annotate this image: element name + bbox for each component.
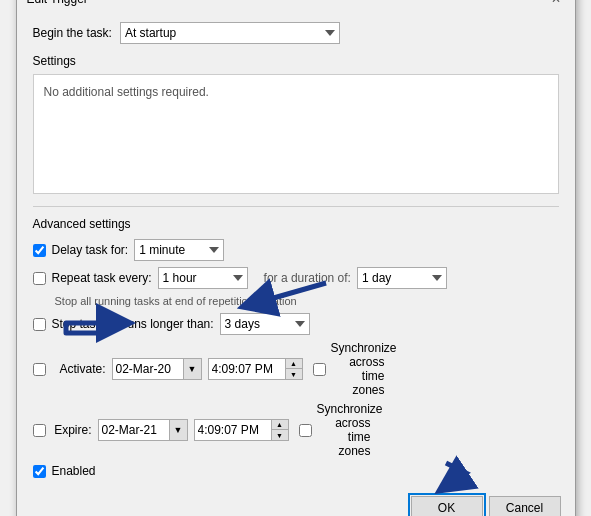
buttons-bar: OK Cancel [17,488,575,516]
activate-time-wrapper: ▲ ▼ [208,358,303,380]
activate-label: Activate: [52,362,106,376]
delay-task-label: Delay task for: [52,243,129,257]
activate-row: Activate: ▼ ▲ ▼ Synchronize [33,341,559,397]
title-bar: Edit Trigger ✕ [17,0,575,12]
activate-date-input[interactable] [113,359,183,379]
expire-time-up-button[interactable]: ▲ [272,420,288,430]
repeat-task-select[interactable]: 5 minutes 10 minutes 15 minutes 30 minut… [158,267,248,289]
dialog-title: Edit Trigger [27,0,88,6]
activate-sync-wrapper: Synchronize across time zones [313,341,391,397]
enabled-checkbox[interactable] [33,465,46,478]
expire-sync-wrapper: Synchronize across time zones [299,402,377,458]
duration-select[interactable]: 1 hour 12 hours 1 day Indefinitely [357,267,447,289]
expire-date-picker-button[interactable]: ▼ [169,420,187,440]
expire-sync-checkbox[interactable] [299,424,312,437]
stop-task-row: Stop task if it runs longer than: 1 hour… [33,313,559,335]
expire-label: Expire: [52,423,92,437]
begin-task-select[interactable]: At startup On a schedule At log on At id… [120,22,340,44]
close-button[interactable]: ✕ [547,0,565,8]
activate-time-input[interactable] [209,359,285,379]
delay-task-checkbox[interactable] [33,244,46,257]
advanced-settings-section: Advanced settings Delay task for: 1 minu… [33,217,559,478]
expire-time-input[interactable] [195,420,271,440]
activate-sync-checkbox[interactable] [313,363,326,376]
expire-time-down-button[interactable]: ▼ [272,430,288,440]
expire-time-wrapper: ▲ ▼ [194,419,289,441]
enabled-row: Enabled [33,464,559,478]
activate-time-up-button[interactable]: ▲ [286,359,302,369]
stop-note: Stop all running tasks at end of repetit… [55,295,559,307]
begin-task-row: Begin the task: At startup On a schedule… [33,22,559,44]
stop-task-select[interactable]: 1 hour 2 hours 4 hours 8 hours 12 hours … [220,313,310,335]
duration-wrapper: for a duration of: 1 hour 12 hours 1 day… [264,267,447,289]
settings-section-title: Settings [33,54,559,68]
dialog-content: Begin the task: At startup On a schedule… [17,12,575,488]
advanced-settings-title: Advanced settings [33,217,559,231]
repeat-task-row: Repeat task every: 5 minutes 10 minutes … [33,267,559,289]
stop-task-checkbox[interactable] [33,318,46,331]
activate-date-wrapper: ▼ [112,358,202,380]
expire-checkbox[interactable] [33,424,46,437]
section-divider [33,206,559,207]
activate-time-spinner: ▲ ▼ [285,359,302,379]
activate-date-picker-button[interactable]: ▼ [183,359,201,379]
cancel-button[interactable]: Cancel [489,496,561,516]
repeat-task-label: Repeat task every: [52,271,152,285]
settings-box: No additional settings required. [33,74,559,194]
delay-task-row: Delay task for: 1 minute 5 minutes 10 mi… [33,239,559,261]
enabled-label: Enabled [52,464,96,478]
duration-label: for a duration of: [264,271,351,285]
activate-time-down-button[interactable]: ▼ [286,369,302,379]
no-settings-text: No additional settings required. [44,85,209,99]
expire-row: Expire: ▼ ▲ ▼ Synchronize ac [33,402,559,458]
edit-trigger-dialog: Edit Trigger ✕ Begin the task: At startu… [16,0,576,516]
expire-sync-label: Synchronize across time zones [317,402,371,458]
expire-date-input[interactable] [99,420,169,440]
expire-date-wrapper: ▼ [98,419,188,441]
delay-task-select[interactable]: 1 minute 5 minutes 10 minutes 30 minutes… [134,239,224,261]
repeat-task-checkbox[interactable] [33,272,46,285]
activate-checkbox[interactable] [33,363,46,376]
ok-button[interactable]: OK [411,496,483,516]
expire-time-spinner: ▲ ▼ [271,420,288,440]
begin-task-label: Begin the task: [33,26,112,40]
activate-sync-label: Synchronize across time zones [331,341,385,397]
stop-task-label: Stop task if it runs longer than: [52,317,214,331]
